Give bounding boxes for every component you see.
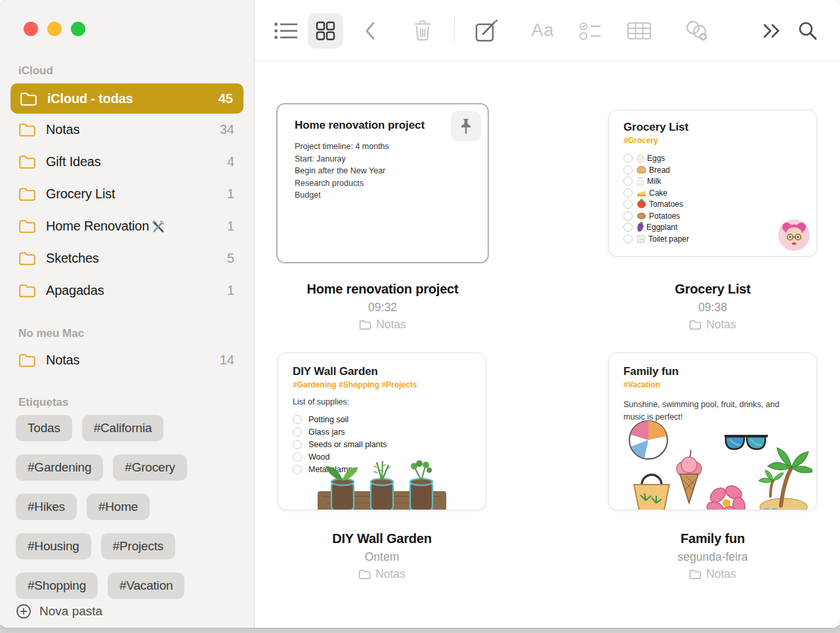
note-count-badge: 34 (220, 122, 234, 137)
format-icon: Aa (531, 20, 554, 41)
main-content: Aa Home renovation project (255, 0, 840, 628)
folder-icon (359, 320, 371, 330)
list-view-button[interactable] (274, 0, 299, 61)
sidebar-item-sketches[interactable]: Sketches 5 (0, 242, 254, 274)
tag-pill-grocery[interactable]: #Grocery (113, 454, 187, 481)
sidebar-item-label: Home Renovation (46, 219, 149, 234)
caption-date: segunda-feira (608, 550, 817, 564)
sidebar-item-notas-mac[interactable]: Notas 14 (0, 344, 254, 376)
folder-icon (18, 219, 36, 233)
sidebar-item-label: Sketches (46, 251, 99, 266)
minimize-button[interactable] (47, 22, 62, 36)
note-card-diy-wall-garden[interactable]: DIY Wall Garden #Gardening #Shopping #Pr… (278, 353, 486, 510)
table-button[interactable] (627, 0, 652, 61)
note-checklist: Eggs Bread Milk Cake Tomatoes Potatoes E… (623, 154, 802, 244)
tag-pill-california[interactable]: #California (82, 415, 164, 441)
note-caption-diy-wall-garden[interactable]: DIY Wall Garden Ontem Notas (278, 531, 486, 581)
gallery-view-icon (316, 21, 335, 41)
folder-icon (18, 155, 36, 169)
folder-icon (18, 123, 36, 137)
sidebar-item-grocery-list[interactable]: Grocery List 1 (0, 178, 254, 210)
sidebar-item-gift-ideas[interactable]: Gift Ideas 4 (0, 146, 254, 178)
trash-icon (413, 20, 432, 42)
checkbox (623, 177, 633, 186)
note-caption-grocery-list[interactable]: Grocery List 09:38 Notas (608, 282, 817, 332)
sidebar-item-label: Gift Ideas (46, 154, 101, 169)
sidebar-item-apagadas[interactable]: Apagadas 1 (0, 274, 254, 307)
checkbox (293, 427, 302, 437)
close-button[interactable] (24, 22, 38, 36)
sidebar-item-home-renovation[interactable]: Home Renovation 1 (0, 210, 254, 242)
checkbox (623, 234, 633, 244)
note-count-badge: 1 (227, 219, 234, 234)
tag-pill-home[interactable]: #Home (87, 494, 150, 520)
add-link-icon (684, 19, 710, 43)
tags-list: Todas #California #Gardening #Grocery #H… (16, 415, 254, 599)
note-title: DIY Wall Garden (293, 365, 471, 378)
checklist-button[interactable] (579, 0, 602, 61)
tag-pill-housing[interactable]: #Housing (16, 533, 91, 559)
trash-button[interactable] (413, 0, 432, 61)
note-card-grocery-list[interactable]: Grocery List #Grocery Eggs Bread Milk Ca… (608, 110, 817, 257)
search-button[interactable] (797, 0, 818, 61)
caption-date: 09:32 (276, 301, 489, 315)
list-view-icon (274, 21, 299, 41)
caption-folder: Notas (278, 567, 486, 581)
note-card-home-renovation[interactable]: Home renovation project Project timeline… (276, 103, 489, 263)
sidebar-item-label: Grocery List (46, 186, 115, 202)
add-link-button[interactable] (684, 0, 710, 61)
wall-garden-image (316, 460, 448, 510)
note-count-badge: 1 (227, 283, 234, 298)
zoom-button[interactable] (71, 22, 85, 36)
toolbar: Aa (255, 0, 840, 61)
new-folder-button[interactable]: Nova pasta (16, 603, 102, 619)
sidebar-item-icloud-todas[interactable]: iCloud - todas 45 (10, 83, 243, 114)
more-icon (762, 22, 782, 39)
sidebar-item-notas[interactable]: Notas 34 (0, 114, 254, 146)
note-caption-home-renovation[interactable]: Home renovation project 09:32 Notas (276, 282, 489, 332)
folder-icon (689, 569, 702, 579)
table-icon (627, 21, 652, 41)
tomato-icon (637, 200, 646, 208)
format-button[interactable]: Aa (531, 0, 554, 61)
note-count-badge: 5 (227, 251, 234, 266)
checkbox (623, 200, 633, 209)
more-toolbar-items-button[interactable] (762, 0, 782, 61)
note-tags: #Vacation (623, 380, 802, 389)
notes-window: iCloud iCloud - todas 45 Notas 34 Gift I… (0, 0, 840, 628)
checkbox (293, 465, 302, 474)
sidebar-item-label: Apagadas (46, 283, 104, 298)
caption-folder: Notas (608, 318, 817, 332)
compose-button[interactable] (474, 0, 499, 61)
checklist-icon (579, 21, 602, 41)
tag-pill-vacation[interactable]: #Vacation (108, 573, 184, 599)
back-button[interactable] (364, 0, 377, 61)
hammer-and-wrench-icon (151, 219, 165, 234)
folder-icon (358, 569, 371, 579)
egg-icon (637, 154, 644, 163)
folder-icon (18, 187, 36, 201)
note-count-badge: 4 (227, 154, 234, 169)
tag-pill-projects[interactable]: #Projects (101, 533, 175, 559)
tag-pill-hikes[interactable]: #Hikes (16, 494, 77, 520)
folder-icon (18, 251, 36, 265)
pin-badge (451, 111, 481, 141)
window-controls (24, 22, 85, 36)
gallery-view-active-background (308, 13, 343, 49)
bread-icon (637, 166, 646, 173)
tag-pill-todas[interactable]: Todas (16, 415, 72, 441)
milk-icon (637, 177, 644, 186)
caption-title: DIY Wall Garden (278, 531, 486, 546)
back-icon (364, 20, 377, 41)
note-card-family-fun[interactable]: Family fun #Vacation Sunshine, swimming … (608, 353, 817, 510)
checkbox (293, 415, 302, 424)
tag-pill-gardening[interactable]: #Gardening (16, 454, 103, 481)
gallery-view-button[interactable] (308, 0, 343, 61)
checkbox (293, 452, 302, 462)
folder-icon (18, 284, 36, 297)
note-caption-family-fun[interactable]: Family fun segunda-feira Notas (608, 531, 817, 581)
section-header-on-my-mac: No meu Mac (18, 327, 254, 340)
search-icon (797, 20, 818, 41)
tag-pill-shopping[interactable]: #Shopping (16, 573, 98, 599)
sidebar-item-label: Notas (46, 122, 79, 137)
